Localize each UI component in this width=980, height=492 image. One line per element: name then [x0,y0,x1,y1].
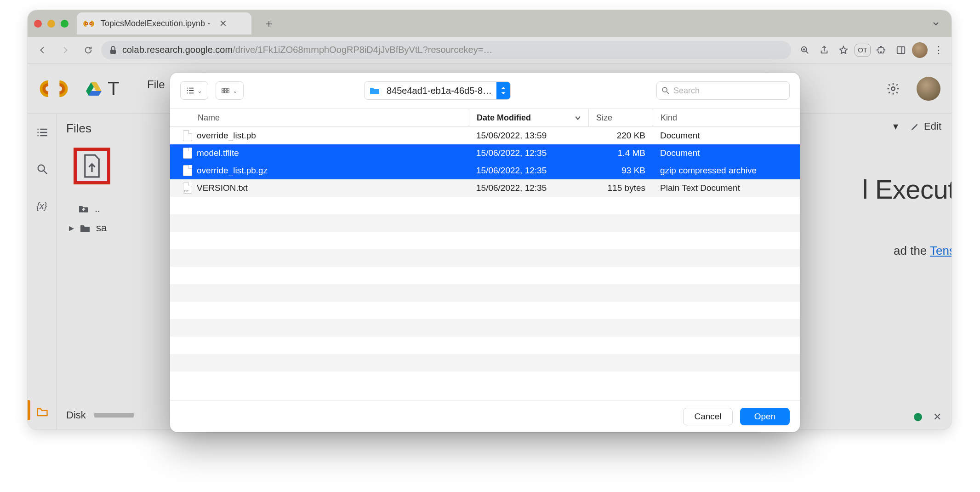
file-kind: Document [653,131,800,141]
close-panel-icon[interactable]: ✕ [933,411,941,423]
expand-caret-icon: ▸ [69,222,74,234]
edit-cell-button[interactable]: Edit [910,120,941,132]
lock-icon [109,46,117,54]
open-button[interactable]: Open [740,408,790,425]
browser-tab[interactable]: TopicsModelExecution.ipynb - ✕ [77,12,251,34]
search-icon[interactable] [35,162,50,177]
toc-icon[interactable] [35,125,50,140]
file-row [170,284,800,302]
chevron-down-icon: ⌄ [233,87,238,94]
sidepanel-icon[interactable] [893,42,909,58]
tab-list-dropdown-icon[interactable] [931,19,940,28]
column-date-header[interactable]: Date Modified [469,109,588,126]
sort-descending-icon [575,114,581,121]
bookmark-star-icon[interactable] [835,42,852,58]
tensorflow-link[interactable]: Tens [930,244,952,257]
omnibox[interactable]: colab.research.google.com/drive/1Fk1iZO6… [101,41,791,59]
folder-stepper-icon[interactable] [496,81,510,100]
notebook-heading-truncated: l Execut [862,174,952,205]
list-view-icon [186,86,194,95]
user-avatar-icon[interactable] [912,42,928,58]
search-input[interactable] [673,86,785,96]
account-avatar-icon[interactable] [917,77,940,101]
column-kind-header[interactable]: Kind [653,109,800,126]
toolbar-caret[interactable]: ▾ [893,120,898,132]
close-tab-icon[interactable]: ✕ [219,18,227,29]
colab-logo-icon[interactable] [39,79,69,98]
file-row [170,302,800,319]
disk-usage: Disk [66,409,134,421]
file-row [170,232,800,249]
column-name-header[interactable]: Name [170,109,469,126]
colab-favicon-icon [83,18,94,29]
file-open-dialog: ⌄ ⌄ 845e4ad1-eb1a-46d5-8… Name Date Modi… [170,73,800,432]
files-tab-icon[interactable] [35,405,50,419]
reload-button[interactable] [78,40,98,60]
file-tree-sample-data[interactable]: ▸ sa [66,218,160,238]
file-name: override_list.pb.gz [197,166,268,176]
folder-name: 845e4ad1-eb1a-46d5-8… [387,86,496,96]
variables-icon[interactable]: {x} [35,199,50,213]
file-kind: Document [653,148,800,158]
svg-rect-4 [897,46,905,53]
file-name: VERSION.txt [197,183,248,193]
files-heading: Files [66,121,160,136]
profile-chip[interactable]: OT [855,44,871,57]
file-row[interactable]: override_list.pb.gz15/06/2022, 12:3593 K… [170,162,800,179]
folder-dropdown[interactable]: 845e4ad1-eb1a-46d5-8… [364,81,511,100]
svg-rect-13 [225,91,227,93]
folder-up-icon [78,204,89,213]
new-tab-button-icon[interactable]: ＋ [263,16,274,31]
list-view-button[interactable]: ⌄ [180,81,208,100]
extensions-icon[interactable] [873,42,890,58]
window-traffic-lights [34,20,68,28]
file-size: 1.4 MB [588,148,653,158]
file-size: 93 KB [588,166,653,176]
file-tree-up-label: .. [95,203,100,215]
file-date: 15/06/2022, 12:35 [469,183,588,193]
zoom-window-button[interactable] [61,20,68,28]
svg-point-7 [38,165,44,172]
column-size-header[interactable]: Size [588,109,653,126]
disk-label: Disk [66,409,86,421]
zoom-icon[interactable] [797,42,813,58]
file-icon [183,165,192,176]
file-size: 115 bytes [588,183,653,193]
settings-gear-icon[interactable] [886,82,900,96]
file-tree-up[interactable]: .. [66,199,160,218]
file-icon [183,130,192,141]
svg-point-15 [662,87,667,92]
file-row[interactable]: override_list.pb15/06/2022, 13:59220 KBD… [170,127,800,144]
upload-file-button[interactable] [74,148,110,184]
column-date-label: Date Modified [477,113,531,123]
forward-button[interactable] [55,40,75,60]
file-name: model.tflite [197,148,239,158]
close-window-button[interactable] [34,20,42,28]
doc-title-block: T [108,78,120,100]
search-icon [661,86,670,95]
url-host: colab.research.google.com [122,45,233,55]
file-row[interactable]: VERSION.txt15/06/2022, 12:35115 bytesPla… [170,179,800,197]
group-by-button[interactable]: ⌄ [216,81,244,100]
disk-usage-bar [94,413,134,418]
cancel-button[interactable]: Cancel [683,408,733,425]
share-icon[interactable] [816,42,832,58]
files-panel: Files .. ▸ sa Disk [57,114,160,429]
svg-rect-9 [222,88,224,90]
file-row[interactable]: model.tflite15/06/2022, 12:351.4 MBDocum… [170,144,800,162]
file-row [170,319,800,337]
svg-rect-10 [225,88,227,90]
folder-icon [369,84,383,97]
menu-file[interactable]: File [147,78,165,91]
svg-rect-14 [227,91,229,93]
search-box[interactable] [656,81,790,100]
minimize-window-button[interactable] [47,20,55,28]
rail-accent [28,400,30,420]
back-button[interactable] [32,40,52,60]
notebook-text-truncated: ad the Tens [894,244,952,258]
upload-file-icon [82,154,102,178]
chrome-menu-icon[interactable]: ⋮ [930,42,947,58]
chevron-down-icon: ⌄ [197,87,202,94]
file-tree-sample-label: sa [96,222,107,234]
file-size: 220 KB [588,131,653,141]
